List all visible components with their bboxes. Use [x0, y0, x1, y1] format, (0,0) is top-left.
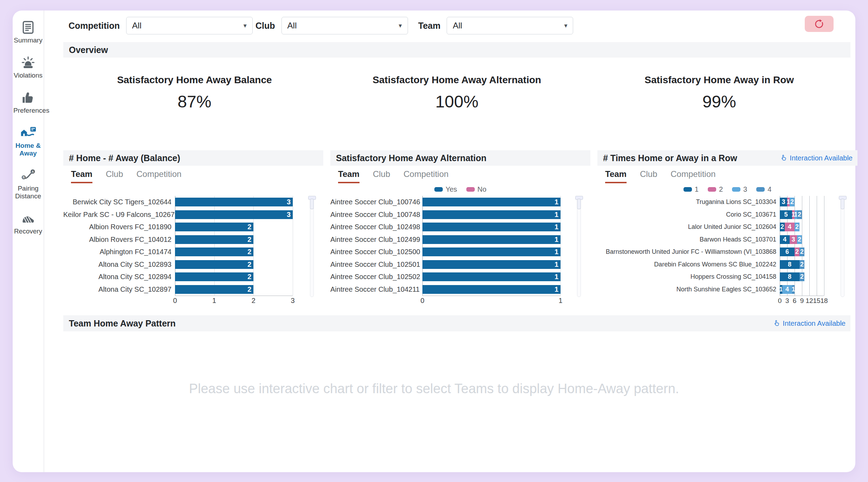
- bar-segment-series-1[interactable]: 4: [780, 235, 790, 244]
- bar[interactable]: 3: [175, 210, 293, 219]
- bar[interactable]: 1: [422, 285, 561, 294]
- chart-scrollbar[interactable]: [841, 197, 844, 297]
- bar-value: 3: [287, 211, 291, 219]
- tab-competition[interactable]: Competition: [671, 169, 715, 183]
- legend-item-4[interactable]: 4: [756, 185, 771, 193]
- category-label: Aintree Soccer Club_102502: [330, 273, 422, 281]
- sidebar-item-home-away[interactable]: Home & Away: [13, 125, 44, 157]
- bar[interactable]: 1: [422, 223, 561, 231]
- bar[interactable]: 2: [175, 272, 253, 281]
- bar-segment-series-3[interactable]: 2: [795, 223, 799, 231]
- bar-segment-series-3[interactable]: 4: [782, 285, 792, 294]
- bar-row: Alphington FC_1014742: [63, 246, 323, 258]
- sidebar-item-violations[interactable]: Violations: [13, 55, 44, 79]
- sidebar-item-preferences[interactable]: Preferences: [13, 90, 44, 114]
- tab-team[interactable]: Team: [338, 169, 359, 183]
- category-label: Barnstoneworth United Junior FC - Willia…: [597, 248, 780, 256]
- sidebar-item-label: Recovery: [13, 227, 43, 235]
- x-axis-tick: 1: [558, 297, 562, 305]
- bar-row: North Sunshine Eagles SC_103652141: [597, 283, 857, 296]
- bar-segment-series-2[interactable]: 2: [795, 247, 799, 256]
- sidebar-item-recovery[interactable]: Recovery: [13, 211, 44, 235]
- sidebar-item-pairing-distance[interactable]: B A Pairing Distance: [13, 168, 44, 200]
- sidebar-item-summary[interactable]: Summary: [13, 20, 44, 44]
- category-label: Altona City SC_102893: [63, 260, 175, 269]
- bar-segment-series-2[interactable]: 4: [785, 223, 795, 231]
- bar-row: Albion Rovers FC_1040122: [63, 233, 323, 246]
- bar-segment-series-4[interactable]: 2: [799, 260, 804, 269]
- bar-segment-series-4[interactable]: 2: [799, 247, 804, 256]
- bar-row: Altona City SC_1028932: [63, 258, 323, 271]
- sidebar-item-label: Home & Away: [13, 142, 43, 157]
- tab-competition[interactable]: Competition: [136, 169, 181, 183]
- chart-scrollbar[interactable]: [310, 197, 314, 297]
- bar-segment-series-1[interactable]: 8: [780, 260, 799, 269]
- tab-competition[interactable]: Competition: [403, 169, 448, 183]
- bar-row: Truganina Lions SC_103304312: [597, 196, 857, 209]
- bar[interactable]: 1: [422, 272, 561, 281]
- category-label: Aintree Soccer Club_100746: [330, 198, 422, 206]
- chart-scrollbar[interactable]: [577, 197, 581, 297]
- bar[interactable]: 1: [422, 235, 561, 244]
- bar-segment-series-2[interactable]: 1: [787, 198, 790, 206]
- bar-row: Berwick City SC Tigers_1026443: [63, 196, 323, 209]
- bar[interactable]: 2: [175, 260, 253, 269]
- bar-segment-series-3[interactable]: 2: [797, 235, 802, 244]
- bar-segment-series-4[interactable]: 2: [799, 272, 804, 281]
- bar-segment-series-3[interactable]: 1: [795, 210, 797, 219]
- bar[interactable]: 1: [422, 210, 561, 219]
- bar[interactable]: 2: [175, 285, 253, 294]
- x-axis-tick: 0: [778, 297, 782, 305]
- bar-row: Aintree Soccer Club_1025021: [330, 271, 590, 283]
- bar-value: 2: [247, 236, 251, 244]
- bar-segment-series-2[interactable]: 3: [790, 235, 797, 244]
- bar[interactable]: 2: [175, 223, 253, 231]
- chart-header: # Home - # Away (Balance): [63, 150, 323, 166]
- tab-club[interactable]: Club: [106, 169, 123, 183]
- bar-segment-series-1[interactable]: 6: [780, 247, 795, 256]
- interaction-available-link[interactable]: Interaction Available: [780, 154, 853, 162]
- bar-value: 2: [247, 260, 251, 269]
- bar[interactable]: 3: [175, 198, 293, 206]
- chart-title: # Times Home or Away in a Row: [603, 153, 737, 163]
- chart-tabs: TeamClubCompetition: [71, 169, 181, 183]
- legend-item-2[interactable]: 2: [708, 185, 723, 193]
- route-pins-icon: B A: [20, 168, 37, 183]
- legend-item-no[interactable]: No: [466, 185, 487, 193]
- bar-segment-series-1[interactable]: 2: [780, 223, 785, 231]
- bar[interactable]: 1: [422, 247, 561, 256]
- bar-segment-series-4[interactable]: 2: [797, 210, 802, 219]
- tab-team[interactable]: Team: [71, 169, 92, 183]
- bar-value: 3: [287, 198, 291, 206]
- category-label: North Sunshine Eagles SC_103652: [597, 286, 780, 293]
- bar-segment-series-4[interactable]: 1: [792, 285, 795, 294]
- app-window: Summary Violations Preferences: [13, 11, 855, 472]
- bar-segment-series-1[interactable]: 5: [780, 210, 792, 219]
- legend-item-yes[interactable]: Yes: [434, 185, 457, 193]
- bar[interactable]: 2: [175, 235, 253, 244]
- bar-row: Aintree Soccer Club_1024991: [330, 233, 590, 246]
- legend-item-1[interactable]: 1: [684, 185, 699, 193]
- tab-club[interactable]: Club: [373, 169, 390, 183]
- bar-row: Altona City SC_1028972: [63, 283, 323, 296]
- bar[interactable]: 1: [422, 260, 561, 269]
- legend-swatch: [684, 187, 692, 192]
- legend-swatch: [732, 187, 740, 192]
- category-label: Alphington FC_101474: [63, 248, 175, 256]
- pattern-section-header: Team Home Away Pattern Interaction Avail…: [63, 315, 850, 331]
- x-axis-tick: 9: [800, 297, 804, 305]
- bar-segment-series-3[interactable]: 2: [790, 198, 795, 206]
- tab-club[interactable]: Club: [640, 169, 657, 183]
- legend-label: 2: [719, 185, 723, 193]
- tab-team[interactable]: Team: [605, 169, 627, 183]
- bar[interactable]: 1: [422, 198, 561, 206]
- bar-segment-series-1[interactable]: 3: [780, 198, 787, 206]
- bar-segment-series-1[interactable]: 8: [780, 272, 799, 281]
- interaction-available-link[interactable]: Interaction Available: [773, 319, 846, 328]
- bar-segment-series-1[interactable]: 1: [780, 285, 782, 294]
- bar[interactable]: 2: [175, 247, 253, 256]
- legend-item-3[interactable]: 3: [732, 185, 747, 193]
- chart-header: # Times Home or Away in a Row Interactio…: [597, 150, 857, 166]
- legend-label: Yes: [446, 185, 457, 193]
- x-axis-tick: 3: [785, 297, 789, 305]
